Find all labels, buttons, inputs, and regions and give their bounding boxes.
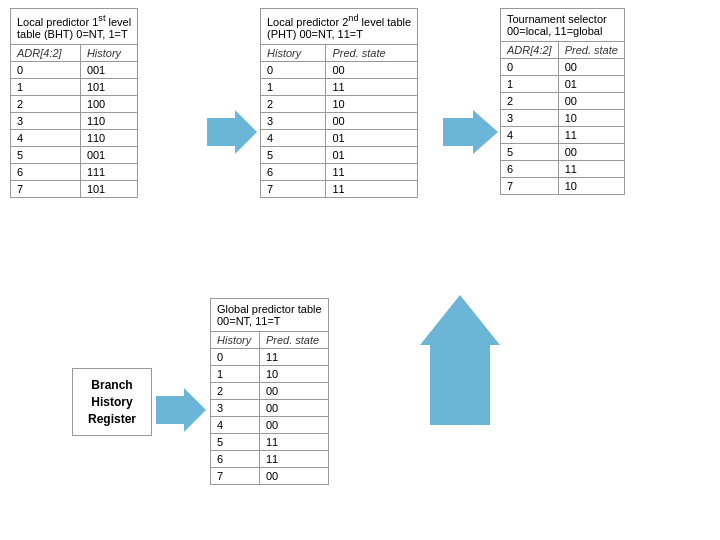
tournament-table-body: 000101200310411500611710: [501, 59, 625, 195]
table-row: 2100: [11, 95, 138, 112]
table-row: 000: [261, 61, 418, 78]
table-row: 711: [261, 180, 418, 197]
table-row: 611: [211, 451, 329, 468]
table-row: 101: [501, 76, 625, 93]
local1-block: Local predictor 1st leveltable (BHT) 0=N…: [10, 8, 138, 198]
table-row: 6111: [11, 163, 138, 180]
bhr-box: Branch History Register: [72, 368, 152, 436]
local1-title: Local predictor 1st leveltable (BHT) 0=N…: [11, 9, 138, 45]
table-row: 400: [211, 417, 329, 434]
table-row: 200: [501, 93, 625, 110]
tournament-block: Tournament selector00=local, 11=global A…: [500, 8, 625, 195]
table-row: 1101: [11, 78, 138, 95]
table-row: 411: [501, 127, 625, 144]
local2-block: Local predictor 2nd level table(PHT) 00=…: [260, 8, 418, 198]
svg-marker-0: [207, 110, 257, 154]
global-col2-header: Pred. state: [259, 332, 328, 349]
local2-col2-header: Pred. state: [326, 44, 418, 61]
svg-marker-3: [420, 295, 500, 425]
local2-table-body: 000111210300401501611711: [261, 61, 418, 197]
table-row: 111: [261, 78, 418, 95]
table-row: 500: [501, 144, 625, 161]
table-row: 501: [261, 146, 418, 163]
table-row: 7101: [11, 180, 138, 197]
global-table-body: 011110200300400511611700: [211, 349, 329, 485]
table-row: 300: [261, 112, 418, 129]
table-row: 611: [501, 161, 625, 178]
bhr-label: Branch History Register: [88, 378, 136, 426]
local1-col1-header: ADR[4:2]: [11, 44, 81, 61]
tournament-title: Tournament selector00=local, 11=global: [501, 9, 625, 42]
arrow2: [443, 110, 498, 157]
tournament-col2-header: Pred. state: [558, 42, 624, 59]
table-row: 4110: [11, 129, 138, 146]
table-row: 5001: [11, 146, 138, 163]
arrow-bhr: [156, 388, 206, 435]
svg-marker-1: [443, 110, 498, 154]
table-row: 300: [211, 400, 329, 417]
global-block: Global predictor table00=NT, 11=T Histor…: [210, 298, 329, 485]
table-row: 700: [211, 468, 329, 485]
table-row: 3110: [11, 112, 138, 129]
global-title: Global predictor table00=NT, 11=T: [211, 299, 329, 332]
table-row: 000: [501, 59, 625, 76]
local2-col1-header: History: [261, 44, 326, 61]
table-row: 511: [211, 434, 329, 451]
table-row: 0001: [11, 61, 138, 78]
table-row: 210: [261, 95, 418, 112]
table-row: 611: [261, 163, 418, 180]
tournament-col1-header: ADR[4:2]: [501, 42, 559, 59]
local2-title: Local predictor 2nd level table(PHT) 00=…: [261, 9, 418, 45]
table-row: 401: [261, 129, 418, 146]
table-row: 310: [501, 110, 625, 127]
arrow1: [207, 110, 257, 157]
table-row: 011: [211, 349, 329, 366]
global-col1-header: History: [211, 332, 260, 349]
local1-table-body: 00011101210031104110500161117101: [11, 61, 138, 197]
local1-col2-header: History: [80, 44, 137, 61]
table-row: 200: [211, 383, 329, 400]
svg-marker-2: [156, 388, 206, 432]
arrow-global-tourn: [420, 295, 500, 428]
table-row: 710: [501, 178, 625, 195]
table-row: 110: [211, 366, 329, 383]
